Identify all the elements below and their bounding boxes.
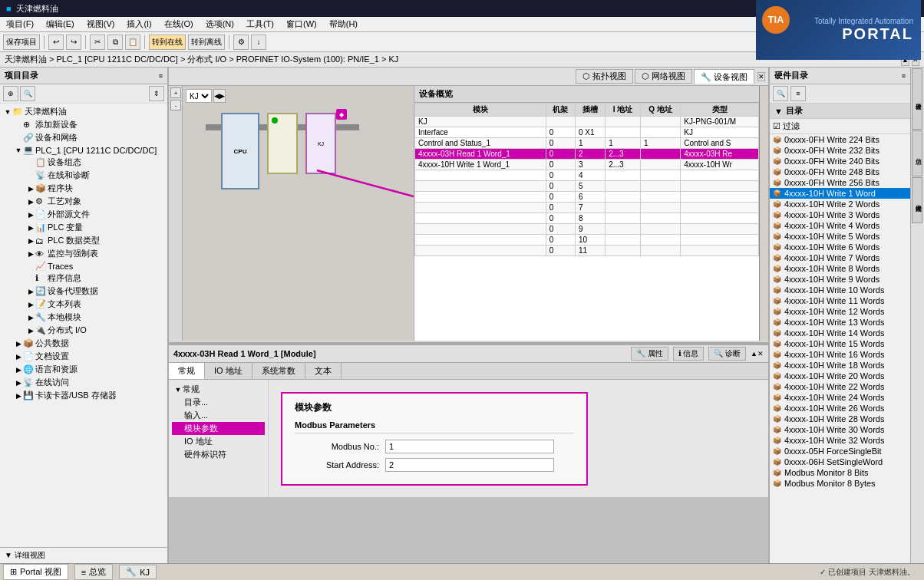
go-offline-button[interactable]: 转到离线 bbox=[188, 35, 225, 50]
table-row[interactable]: 05 bbox=[415, 181, 759, 192]
table-row[interactable]: 07 bbox=[415, 203, 759, 213]
catalog-item[interactable]: 📦Modbus Monitor 8 Bits bbox=[770, 467, 910, 478]
menu-insert[interactable]: 插入(I) bbox=[124, 18, 154, 30]
table-row[interactable]: KJKJ-PNG-001/M bbox=[415, 117, 759, 127]
catalog-item[interactable]: 📦4xxxx-10H Write 18 Words bbox=[770, 360, 910, 371]
menu-help[interactable]: 帮助(H) bbox=[326, 18, 361, 30]
properties-close-button[interactable]: ▲ bbox=[751, 350, 757, 358]
tree-item-online-diag[interactable]: 📡 在线和诊断 bbox=[2, 169, 166, 182]
tree-item-device-config[interactable]: 📋 设备组态 bbox=[2, 156, 166, 169]
detail-view-toggle[interactable]: ▼ 详细视图 bbox=[0, 547, 167, 563]
table-row[interactable]: 06 bbox=[415, 192, 759, 203]
tree-item-root[interactable]: ▼ 📁 天津燃料油 bbox=[2, 105, 166, 118]
catalog-item[interactable]: 📦4xxxx-10H Write 30 Words bbox=[770, 424, 910, 435]
project-search-button[interactable]: 🔍 bbox=[20, 86, 35, 101]
undo-button[interactable]: ↩ bbox=[48, 35, 64, 50]
prop-tree-input[interactable]: 输入... bbox=[172, 409, 265, 422]
device-dropdown[interactable]: KJ bbox=[186, 89, 212, 103]
tree-item-external-files[interactable]: ▶ 📄 外部源文件 bbox=[2, 208, 166, 221]
table-row[interactable]: 04 bbox=[415, 170, 759, 181]
catalog-item[interactable]: 📦4xxxx-10H Write 12 Words bbox=[770, 306, 910, 317]
properties-tab-btn[interactable]: 🔧 属性 bbox=[631, 347, 668, 361]
table-row[interactable]: 011 bbox=[415, 246, 759, 256]
project-panel-menu-button[interactable]: ≡ bbox=[159, 72, 163, 80]
module-block-2[interactable]: KJ bbox=[305, 113, 336, 174]
catalog-item[interactable]: 📦4xxxx-10H Write 4 Words bbox=[770, 220, 910, 231]
portal-view-tab[interactable]: ⊞ Portal 视图 bbox=[3, 564, 68, 580]
kj-tab[interactable]: 🔧 KJ bbox=[119, 565, 157, 579]
tree-item-common-data[interactable]: ▶ 📦 公共数据 bbox=[2, 337, 166, 350]
prop-tree-hw-id[interactable]: 硬件标识符 bbox=[172, 448, 265, 461]
tree-item-tech-objects[interactable]: ▶ ⚙ 工艺对象 bbox=[2, 195, 166, 208]
tree-item-prog-info[interactable]: ℹ 程序信息 bbox=[2, 272, 166, 285]
catalog-item[interactable]: 📦4xxxx-10H Write 1 Word bbox=[770, 188, 910, 199]
info-tab-btn[interactable]: ℹ 信息 bbox=[673, 347, 705, 361]
tree-item-proxy[interactable]: ▶ 🔄 设备代理数据 bbox=[2, 285, 166, 298]
param-input-start-addr[interactable] bbox=[385, 458, 554, 472]
copy-button[interactable]: ⧉ bbox=[107, 35, 123, 50]
catalog-item[interactable]: 📦4xxxx-10H Write 7 Words bbox=[770, 252, 910, 263]
menu-online[interactable]: 在线(O) bbox=[161, 18, 196, 30]
catalog-search-btn[interactable]: 🔍 bbox=[773, 86, 788, 101]
device-overview-scrollbar[interactable] bbox=[759, 86, 768, 341]
redo-button[interactable]: ↪ bbox=[66, 35, 81, 50]
catalog-item[interactable]: 📦4xxxx-10H Write 16 Words bbox=[770, 349, 910, 360]
panel-close-button[interactable]: ✕ bbox=[757, 72, 765, 81]
catalog-item[interactable]: 📦0xxxx-05H ForceSingleBit bbox=[770, 446, 910, 456]
table-row[interactable]: Control and Status_10111Control and S bbox=[415, 138, 759, 149]
diagram-canvas[interactable]: KJ ◀▶ CPU KJ bbox=[183, 86, 414, 341]
catalog-item[interactable]: 📦4xxxx-10H Write 28 Words bbox=[770, 414, 910, 424]
device-nav-button[interactable]: ◀▶ bbox=[213, 89, 226, 103]
catalog-item[interactable]: 📦0xxxx-0FH Write 224 Bits bbox=[770, 134, 910, 145]
catalog-item[interactable]: 📦0xxxx-0FH Write 232 Bits bbox=[770, 145, 910, 156]
tree-item-plc-vars[interactable]: ▶ 📊 PLC 变量 bbox=[2, 221, 166, 234]
table-row[interactable]: 4xxxx-03H Read 1 Word_1022...34xxxx-03H … bbox=[415, 149, 759, 160]
tree-item-plc1[interactable]: ▼ 💻 PLC_1 [CPU 1211C DC/DC/DC] bbox=[2, 144, 166, 156]
project-new-button[interactable]: ⊕ bbox=[3, 86, 18, 101]
catalog-item[interactable]: 📦4xxxx-10H Write 11 Words bbox=[770, 295, 910, 306]
search-result-side-btn[interactable]: 搜索结果 bbox=[912, 177, 922, 223]
tree-item-languages[interactable]: ▶ 🌐 语言和资源 bbox=[2, 363, 166, 376]
catalog-item[interactable]: 📦0xxxx-06H SetSingleWord bbox=[770, 456, 910, 467]
compile-button[interactable]: ⚙ bbox=[233, 35, 249, 50]
tree-item-plc-types[interactable]: ▶ 🗂 PLC 数据类型 bbox=[2, 234, 166, 247]
catalog-item[interactable]: 📦4xxxx-10H Write 15 Words bbox=[770, 338, 910, 349]
catalog-item[interactable]: 📦4xxxx-10H Write 2 Words bbox=[770, 199, 910, 209]
catalog-item[interactable]: 📦4xxxx-10H Write 3 Words bbox=[770, 209, 910, 220]
catalog-list-btn[interactable]: ≡ bbox=[790, 86, 806, 101]
prop-tree-catalog[interactable]: 目录... bbox=[172, 396, 265, 409]
paste-button[interactable]: 📋 bbox=[125, 35, 140, 50]
network-view-button[interactable]: ⬡ 网络视图 bbox=[635, 69, 692, 84]
table-row[interactable]: 4xxxx-10H Write 1 Word_1032...34xxxx-10H… bbox=[415, 160, 759, 170]
catalog-item[interactable]: 📦4xxxx-10H Write 6 Words bbox=[770, 242, 910, 252]
catalog-item[interactable]: 📦4xxxx-10H Write 9 Words bbox=[770, 274, 910, 285]
catalog-item[interactable]: 📦4xxxx-10H Write 5 Words bbox=[770, 231, 910, 242]
diag-tab-btn[interactable]: 🔍 诊断 bbox=[708, 347, 746, 361]
tree-item-add-device[interactable]: ⊕ 添加新设备 bbox=[2, 118, 166, 131]
tree-item-devices-networks[interactable]: 🔗 设备和网络 bbox=[2, 131, 166, 144]
go-online-button[interactable]: 转到在线 bbox=[149, 35, 186, 50]
table-row[interactable]: 010 bbox=[415, 235, 759, 246]
catalog-item[interactable]: 📦Modbus Monitor 8 Bytes bbox=[770, 478, 910, 489]
tree-item-text-list[interactable]: ▶ 📝 文本列表 bbox=[2, 298, 166, 311]
menu-view[interactable]: 视图(V) bbox=[84, 18, 118, 30]
prop-tree-general[interactable]: ▼ 常规 bbox=[172, 383, 265, 396]
save-project-button[interactable]: 保存项目 bbox=[3, 35, 40, 50]
table-row[interactable]: Interface00 X1KJ bbox=[415, 127, 759, 138]
prop-tab-general[interactable]: 常规 bbox=[169, 363, 205, 379]
menu-tools[interactable]: 工具(T) bbox=[243, 18, 277, 30]
param-input-modbus-no[interactable] bbox=[385, 440, 554, 453]
menu-window[interactable]: 窗口(W) bbox=[283, 18, 320, 30]
catalog-item[interactable]: 📦4xxxx-10H Write 20 Words bbox=[770, 371, 910, 381]
tree-item-doc-settings[interactable]: ▶ 📄 文档设置 bbox=[2, 350, 166, 363]
prop-tree-io-addr[interactable]: IO 地址 bbox=[172, 435, 265, 448]
tree-item-distributed-io[interactable]: ▶ 🔌 分布式 I/O bbox=[2, 324, 166, 337]
zoom-in-button[interactable]: + bbox=[170, 87, 181, 98]
module-block-1[interactable] bbox=[267, 113, 298, 174]
topology-view-button[interactable]: ⬡ 拓扑视图 bbox=[576, 69, 633, 84]
catalog-item[interactable]: 📦4xxxx-10H Write 26 Words bbox=[770, 403, 910, 414]
tree-item-monitor[interactable]: ▶ 👁 监控与强制表 bbox=[2, 247, 166, 260]
prop-tab-sys-const[interactable]: 系统常数 bbox=[252, 363, 305, 379]
download-button[interactable]: ↓ bbox=[251, 35, 266, 50]
catalog-item[interactable]: 📦4xxxx-10H Write 22 Words bbox=[770, 381, 910, 392]
